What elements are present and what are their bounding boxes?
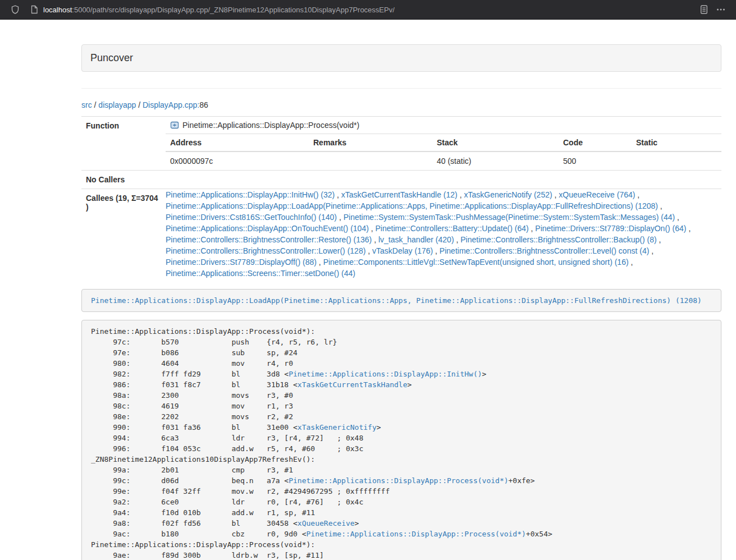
detail-cell: 0x0000097c: [166, 152, 309, 170]
highlighted-symbol-link[interactable]: Pinetime::Applications::DisplayApp::Load…: [91, 296, 702, 305]
page-icon: [30, 5, 38, 14]
detail-cell: [632, 152, 721, 170]
function-name-line: Pinetime::Applications::DisplayApp::Proc…: [166, 117, 721, 134]
symbol-link[interactable]: xQueueReceive: [298, 519, 355, 527]
function-row-label: Function: [81, 117, 166, 171]
function-icon: [170, 121, 179, 130]
function-row: Function Pinetime::Applications::Display…: [81, 117, 721, 171]
brand-panel: Puncover: [81, 44, 721, 72]
callee-separator: ,: [635, 190, 639, 199]
callee-separator: ,: [658, 201, 662, 210]
callee-separator: ,: [369, 224, 376, 233]
callee-link[interactable]: Pinetime::Applications::DisplayApp::Load…: [166, 201, 658, 210]
no-callers-row: No Callers: [81, 171, 721, 189]
detail-column-header: Stack: [432, 134, 559, 152]
callee-link[interactable]: Pinetime::Drivers::Cst816S::GetTouchInfo…: [166, 213, 337, 222]
callees-label: Callees (19, Σ=3704 ): [81, 189, 166, 279]
divider: [81, 88, 721, 89]
symbol-link[interactable]: Pinetime::Applications::DisplayApp::Proc…: [307, 530, 526, 538]
callees-row: Callees (19, Σ=3704 ) Pinetime::Applicat…: [81, 189, 721, 279]
browser-toolbar: localhost:5000/path/src/displayapp/Displ…: [0, 0, 736, 20]
page-container: Puncover src / displayapp / DisplayApp.c…: [81, 20, 721, 560]
breadcrumb-text: 86: [199, 100, 208, 109]
callee-separator: ,: [458, 190, 464, 199]
callee-link[interactable]: Pinetime::Applications::Screens::Timer::…: [166, 269, 355, 278]
callee-link[interactable]: xTaskGenericNotify (252): [464, 190, 552, 199]
callee-separator: ,: [433, 246, 440, 255]
callee-separator: ,: [372, 235, 378, 244]
disassembly-block: Pinetime::Applications::DisplayApp::Proc…: [81, 320, 721, 560]
callee-separator: ,: [649, 246, 653, 255]
breadcrumb-separator: /: [92, 100, 99, 109]
callee-separator: ,: [675, 213, 679, 222]
callee-separator: ,: [629, 258, 633, 267]
callee-link[interactable]: xTaskGetCurrentTaskHandle (12): [341, 190, 458, 199]
breadcrumb-link[interactable]: DisplayApp.cpp:: [143, 100, 199, 109]
detail-column-header: Remarks: [309, 134, 432, 152]
function-detail-table: AddressRemarksStackCodeStatic 0x0000097c…: [166, 134, 721, 170]
callee-link[interactable]: Pinetime::Controllers::BrightnessControl…: [166, 235, 372, 244]
breadcrumb: src / displayapp / DisplayApp.cpp:86: [81, 100, 721, 109]
url-host: localhost: [43, 6, 72, 14]
callee-link[interactable]: Pinetime::Controllers::BrightnessControl…: [440, 246, 649, 255]
function-table: Function Pinetime::Applications::Display…: [81, 116, 721, 279]
callee-link[interactable]: Pinetime::Drivers::St7789::DisplayOn() (…: [535, 224, 686, 233]
callee-link[interactable]: Pinetime::System::SystemTask::PushMessag…: [344, 213, 675, 222]
callee-link[interactable]: Pinetime::Controllers::BrightnessControl…: [460, 235, 656, 244]
callee-link[interactable]: vTaskDelay (176): [372, 246, 433, 255]
reader-view-icon[interactable]: [696, 2, 712, 17]
detail-header-row: AddressRemarksStackCodeStatic: [166, 134, 721, 152]
url-bar[interactable]: localhost:5000/path/src/displayapp/Displ…: [26, 2, 693, 17]
detail-value-row: 0x0000097c40 (static)500: [166, 152, 721, 170]
detail-cell: 40 (static): [432, 152, 559, 170]
callee-link[interactable]: Pinetime::Applications::DisplayApp::Init…: [166, 190, 335, 199]
callee-separator: ,: [454, 235, 461, 244]
detail-column-header: Static: [632, 134, 721, 152]
callee-link[interactable]: Pinetime::Components::LittleVgl::SetNewT…: [323, 258, 629, 267]
function-name: Pinetime::Applications::DisplayApp::Proc…: [182, 121, 359, 130]
detail-cell: 500: [559, 152, 632, 170]
breadcrumb-separator: /: [136, 100, 143, 109]
symbol-link[interactable]: Pinetime::Applications::DisplayApp::Proc…: [289, 476, 508, 485]
symbol-link[interactable]: xTaskGenericNotify: [298, 423, 377, 432]
highlighted-symbol-block: Pinetime::Applications::DisplayApp::Load…: [81, 289, 721, 312]
breadcrumb-link[interactable]: displayapp: [98, 100, 136, 109]
callee-link[interactable]: xQueueReceive (764): [559, 190, 635, 199]
callee-separator: ,: [552, 190, 559, 199]
callee-separator: ,: [337, 213, 344, 222]
symbol-link[interactable]: Pinetime::Applications::DisplayApp::Init…: [289, 370, 482, 378]
breadcrumb-link[interactable]: src: [81, 100, 92, 109]
shield-icon[interactable]: [7, 2, 24, 17]
callee-link[interactable]: Pinetime::Drivers::St7789::DisplayOff() …: [166, 258, 317, 267]
callee-link[interactable]: lv_task_handler (420): [378, 235, 454, 244]
detail-column-header: Code: [559, 134, 632, 152]
symbol-link[interactable]: xTaskGetCurrentTaskHandle: [298, 380, 408, 389]
callee-separator: ,: [657, 235, 661, 244]
url-path: :5000/path/src/displayapp/DisplayApp.cpp…: [72, 6, 395, 14]
detail-column-header: Address: [166, 134, 309, 152]
callee-link[interactable]: Pinetime::Applications::DisplayApp::OnTo…: [166, 224, 369, 233]
overflow-menu-icon[interactable]: [712, 2, 729, 17]
callee-separator: ,: [365, 246, 372, 255]
callee-link[interactable]: Pinetime::Controllers::Battery::Update()…: [376, 224, 529, 233]
callee-separator: ,: [687, 224, 691, 233]
callee-separator: ,: [317, 258, 323, 267]
brand-title: Puncover: [90, 52, 133, 63]
callees-list: Pinetime::Applications::DisplayApp::Init…: [166, 189, 721, 279]
callee-separator: ,: [529, 224, 536, 233]
callee-link[interactable]: Pinetime::Controllers::BrightnessControl…: [166, 246, 365, 255]
callee-separator: ,: [335, 190, 341, 199]
no-callers-label: No Callers: [81, 171, 166, 189]
url-text: localhost:5000/path/src/displayapp/Displ…: [43, 6, 395, 14]
detail-cell: [309, 152, 432, 170]
